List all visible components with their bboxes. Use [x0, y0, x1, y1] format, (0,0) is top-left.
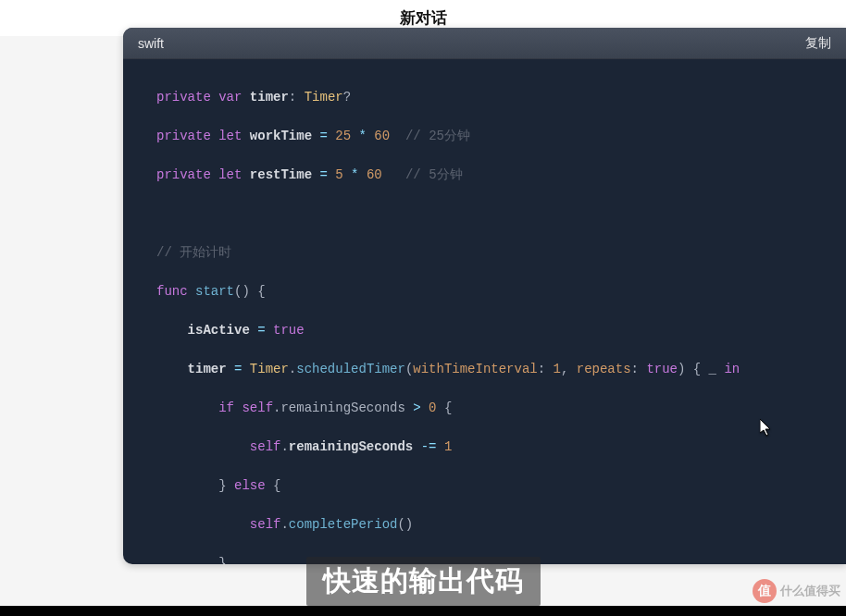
code-token: true — [273, 323, 305, 338]
code-token: self — [242, 400, 273, 415]
code-token: self — [250, 517, 281, 532]
code-token: = — [319, 129, 327, 143]
code-token: . — [289, 362, 296, 376]
copy-button[interactable]: 复制 — [805, 35, 831, 52]
code-block: swift 复制 private var timer: Timer? priva… — [123, 28, 846, 564]
code-token: private — [156, 90, 211, 105]
code-token: in — [724, 362, 740, 376]
code-token: : — [538, 362, 545, 376]
code-token: true — [646, 362, 678, 376]
code-token: 1 — [444, 439, 452, 454]
watermark-badge-icon: 值 — [753, 579, 777, 603]
code-token: var — [218, 90, 242, 105]
code-token: . — [280, 517, 288, 532]
code-token: 5 — [335, 167, 342, 182]
code-content[interactable]: private var timer: Timer? private let wo… — [123, 59, 846, 564]
code-token: * — [351, 167, 358, 182]
code-token: repeats — [577, 362, 631, 376]
code-token: { — [273, 478, 280, 493]
code-token: = — [319, 167, 327, 182]
code-block-header: swift 复制 — [123, 28, 846, 59]
code-token: restTime — [250, 167, 312, 182]
code-token: isActive — [188, 323, 250, 338]
code-token: let — [218, 167, 242, 182]
code-token: () { — [234, 284, 266, 299]
code-token: > — [413, 400, 420, 415]
code-token: remainingSeconds — [280, 400, 404, 415]
watermark-text: 什么值得买 — [780, 583, 840, 599]
code-token: 60 — [367, 167, 382, 182]
code-token: 60 — [374, 129, 390, 143]
code-token: private — [156, 129, 211, 143]
code-comment: // 25分钟 — [405, 129, 470, 143]
code-comment: // 开始计时 — [156, 245, 231, 260]
code-token: scheduledTimer — [296, 362, 405, 376]
footer-bar — [0, 606, 846, 616]
code-token: start — [195, 284, 234, 299]
code-token: { — [444, 400, 452, 415]
code-token: -= — [421, 439, 437, 454]
code-token: remainingSeconds — [289, 439, 413, 454]
watermark: 值 什么值得买 — [753, 579, 840, 603]
code-token: func — [156, 284, 188, 299]
code-token: if — [218, 400, 234, 415]
code-token: 25 — [335, 129, 351, 143]
code-token: private — [156, 167, 211, 182]
code-token: self — [250, 439, 281, 454]
code-token: Timer — [305, 90, 343, 105]
code-token: 0 — [429, 400, 436, 415]
page-title-text: 新对话 — [400, 9, 447, 27]
code-token: let — [218, 129, 242, 143]
code-token: Timer — [250, 362, 289, 376]
code-token: timer — [188, 362, 227, 376]
code-token: } — [218, 556, 226, 564]
code-token: , — [561, 362, 568, 376]
code-token: 1 — [554, 362, 561, 376]
code-token: : — [631, 362, 639, 376]
code-token: withTimeInterval — [413, 362, 537, 376]
code-comment: // 5分钟 — [405, 167, 463, 182]
code-token: = — [257, 323, 265, 338]
code-token: ) { _ — [678, 362, 724, 376]
code-token: ? — [343, 90, 351, 105]
code-token: = — [234, 362, 242, 376]
code-token: workTime — [250, 129, 312, 143]
code-token: * — [359, 129, 367, 143]
code-token: () — [397, 517, 413, 532]
code-token: timer — [250, 90, 289, 105]
code-token: completePeriod — [289, 517, 398, 532]
code-token: else — [234, 478, 266, 493]
code-token: . — [280, 439, 288, 454]
code-language-label: swift — [138, 36, 164, 51]
code-token: } — [218, 478, 226, 493]
